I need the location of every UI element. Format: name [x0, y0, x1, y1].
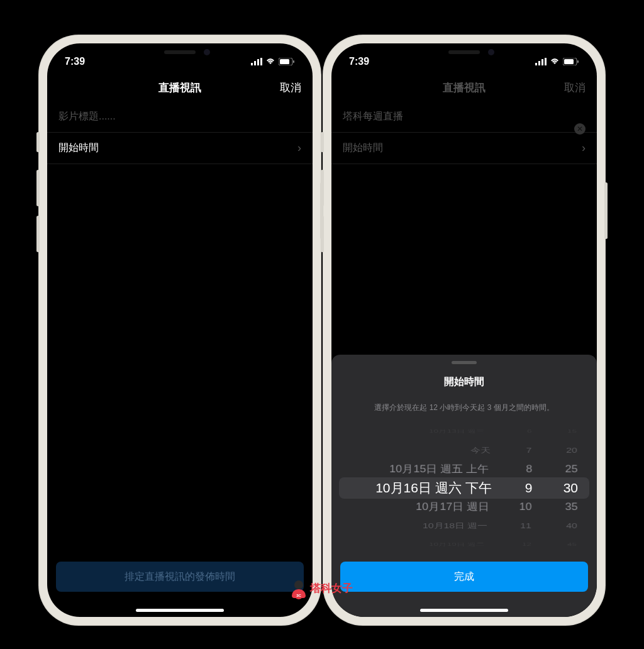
nav-bar: 直播視訊 取消: [47, 74, 313, 101]
status-time: 7:39: [65, 56, 85, 67]
picker-item[interactable]: 45: [567, 541, 577, 548]
volume-up-button: [36, 170, 40, 206]
chevron-right-icon: ›: [297, 141, 301, 155]
input-value: 塔科每週直播: [343, 111, 403, 121]
wifi-icon: [550, 58, 560, 65]
watermark-avatar-icon: 3C: [291, 580, 306, 596]
home-indicator[interactable]: [420, 609, 508, 612]
svg-rect-1: [254, 61, 256, 65]
screen-right: 7:39 直播視訊 取消 塔: [331, 43, 597, 617]
status-time: 7:39: [349, 56, 369, 67]
cellular-icon: [251, 58, 262, 65]
mute-switch: [36, 132, 40, 152]
picker-item-selected[interactable]: 9: [525, 479, 533, 497]
svg-rect-9: [541, 59, 543, 65]
nav-title: 直播視訊: [443, 80, 486, 95]
battery-icon: [279, 58, 295, 65]
start-time-label: 開始時間: [343, 141, 383, 155]
svg-rect-5: [280, 59, 289, 64]
sheet-grabber[interactable]: [452, 361, 477, 364]
svg-rect-3: [260, 58, 262, 65]
watermark-text: 塔科女子: [310, 581, 353, 596]
picker-item[interactable]: 6: [527, 428, 532, 435]
picker-item[interactable]: 11: [521, 520, 532, 532]
date-time-picker[interactable]: 10月13日 週三 今天 10月15日 週五 上午 10月16日 週六 下午 1…: [331, 422, 597, 554]
start-time-label: 開始時間: [58, 141, 99, 155]
volume-up-button: [321, 170, 324, 206]
cellular-icon: [535, 58, 547, 65]
watermark: 3C 塔科女子: [291, 580, 353, 596]
svg-rect-0: [251, 63, 253, 65]
picker-date-column[interactable]: 10月13日 週三 今天 10月15日 週五 上午 10月16日 週六 下午 1…: [344, 422, 497, 554]
picker-hour-column[interactable]: 6 7 8 9 10 11 12: [503, 422, 533, 554]
svg-rect-8: [538, 61, 540, 65]
sheet-subtitle: 選擇介於現在起 12 小時到今天起 3 個月之間的時間。: [331, 402, 597, 413]
picker-item[interactable]: 25: [565, 461, 577, 477]
picker-item[interactable]: 12: [521, 541, 531, 548]
screen-left: 7:39 直播視訊 取消 影: [47, 43, 313, 617]
picker-item[interactable]: 10: [519, 499, 532, 515]
phone-right: 7:39 直播視訊 取消 塔: [323, 35, 606, 626]
input-placeholder: 影片標題......: [58, 111, 116, 121]
cancel-button[interactable]: 取消: [280, 80, 301, 95]
svg-rect-2: [257, 59, 259, 65]
done-button[interactable]: 完成: [340, 562, 588, 592]
chevron-right-icon: ›: [582, 141, 586, 155]
picker-item[interactable]: 7: [526, 445, 532, 457]
svg-rect-6: [293, 60, 294, 63]
phone-left: 7:39 直播視訊 取消 影: [38, 35, 321, 626]
svg-rect-10: [545, 58, 547, 65]
volume-down-button: [321, 216, 324, 252]
picker-item[interactable]: 10月18日 週一: [423, 520, 487, 532]
picker-item[interactable]: 20: [566, 445, 577, 457]
picker-item[interactable]: 35: [565, 499, 577, 515]
svg-rect-7: [535, 63, 537, 65]
notch: [123, 43, 236, 61]
picker-item[interactable]: 今天: [470, 445, 491, 457]
notch: [408, 43, 521, 61]
start-time-row[interactable]: 開始時間 ›: [331, 133, 597, 164]
svg-rect-13: [577, 60, 579, 63]
clear-icon[interactable]: ✕: [574, 123, 586, 135]
nav-title: 直播視訊: [158, 80, 201, 95]
picker-item[interactable]: 8: [526, 461, 532, 477]
picker-item[interactable]: 10月13日 週三: [429, 428, 484, 435]
home-indicator[interactable]: [136, 609, 224, 612]
picker-minute-column[interactable]: 15 20 25 30 35 40 45: [538, 422, 584, 554]
power-button: [604, 182, 608, 239]
picker-item[interactable]: 10月19日 週二: [429, 541, 484, 548]
schedule-button[interactable]: 排定直播視訊的發佈時間: [56, 562, 304, 592]
picker-item-selected[interactable]: 30: [564, 479, 578, 497]
picker-item[interactable]: 10月15日 週五 上午: [389, 461, 489, 477]
picker-item[interactable]: 10月17日 週日: [416, 499, 489, 515]
nav-bar: 直播視訊 取消: [331, 74, 597, 101]
video-title-input[interactable]: 塔科每週直播 ✕: [331, 101, 597, 133]
svg-rect-12: [564, 59, 574, 64]
sheet-title: 開始時間: [331, 375, 597, 389]
start-time-row[interactable]: 開始時間 ›: [47, 133, 313, 164]
picker-item[interactable]: 40: [566, 520, 577, 532]
video-title-input[interactable]: 影片標題......: [47, 101, 313, 133]
mute-switch: [321, 132, 324, 152]
battery-icon: [563, 58, 579, 65]
cancel-button[interactable]: 取消: [564, 80, 586, 95]
wifi-icon: [265, 58, 275, 65]
picker-item[interactable]: 15: [567, 428, 577, 435]
volume-down-button: [36, 216, 40, 252]
watermark-badge: 3C: [295, 592, 303, 599]
picker-item-selected[interactable]: 10月16日 週六 下午: [375, 479, 491, 497]
